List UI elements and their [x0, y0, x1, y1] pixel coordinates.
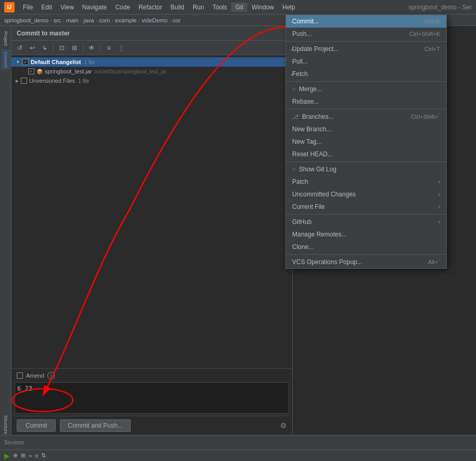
git-menu-vcs-popup[interactable]: VCS Operations Popup... Alt+` — [286, 256, 446, 268]
rollback-btn[interactable]: ↩ — [27, 43, 37, 53]
git-menu: ✓ Commit... Ctrl+K Push... Ctrl+Shift+K … — [285, 15, 447, 269]
menu-view[interactable]: View — [56, 3, 78, 12]
git-menu-pull[interactable]: Pull... — [286, 55, 446, 68]
git-menu-new-branch[interactable]: New Branch... — [286, 123, 446, 135]
expand-btn[interactable]: ⊞ — [69, 43, 80, 53]
menu-build[interactable]: Build — [166, 3, 189, 12]
breadcrumb-part-1[interactable]: src — [54, 17, 61, 23]
menu-file[interactable]: File — [19, 3, 37, 12]
git-menu-vcs-popup-shortcut: Alt+` — [428, 259, 440, 265]
menu-sep-3 — [286, 109, 446, 109]
git-menu-vcs-popup-label: VCS Operations Popup... — [292, 258, 418, 266]
menu-tools[interactable]: Tools — [208, 3, 231, 12]
services-label[interactable]: Services — [4, 440, 24, 445]
arrow-icon-2: › — [438, 191, 440, 198]
commit-and-push-button[interactable]: Commit and Push... — [60, 419, 130, 432]
git-menu-branches[interactable]: ⎇ Branches... Ctrl+Shift+` — [286, 110, 446, 123]
git-menu-merge-label: Merge... — [299, 85, 440, 93]
git-menu-new-tag-label: New Tag... — [292, 138, 440, 145]
branch-icon: ⎇ — [292, 114, 299, 120]
menu-help[interactable]: Help — [278, 3, 299, 12]
git-menu-show-git-log-label: Show Git Log — [299, 166, 440, 173]
window-title: springboot_demo - Ser — [408, 4, 472, 11]
git-menu-github[interactable]: GitHub › — [286, 216, 446, 228]
commit-button[interactable]: Commit — [17, 419, 56, 432]
git-menu-current-file[interactable]: Current File › — [286, 201, 446, 213]
arrow-icon: › — [438, 178, 440, 185]
toolbar-list-icon[interactable]: ≡ — [35, 453, 38, 459]
git-menu-update[interactable]: ✓ Update Project... Ctrl+T — [286, 43, 446, 55]
git-menu-rebase-label: Rebase... — [292, 98, 440, 105]
git-menu-clone-label: Clone... — [292, 243, 440, 251]
menu-refactor[interactable]: Refactor — [134, 3, 166, 12]
eye-btn[interactable]: 👁 — [86, 43, 97, 53]
menu-sep-6 — [286, 254, 446, 255]
breadcrumb-part-4[interactable]: com — [99, 17, 110, 23]
git-menu-clone[interactable]: Clone... — [286, 241, 446, 253]
breadcrumb-sep: › — [111, 17, 114, 23]
menu-sep-5 — [286, 214, 446, 215]
amend-checkbox[interactable] — [17, 372, 23, 379]
menu-edit[interactable]: Edit — [37, 3, 56, 12]
sidebar-item-project[interactable]: Project — [1, 28, 10, 49]
breadcrumb-part-0[interactable]: springboot_demo — [4, 17, 48, 23]
app-logo: IJ — [4, 2, 15, 13]
git-menu-rebase[interactable]: Rebase... — [286, 95, 446, 108]
breadcrumb-part-2[interactable]: main — [66, 17, 79, 23]
git-menu-patch[interactable]: Patch › — [286, 176, 446, 188]
menu-run[interactable]: Run — [189, 3, 208, 12]
menu-navigate[interactable]: Navigate — [78, 3, 111, 12]
menu-git[interactable]: Git — [231, 3, 247, 12]
breadcrumb-part-3[interactable]: java — [84, 17, 94, 23]
changelist-checkbox[interactable]: ✓ — [22, 59, 29, 65]
git-menu-new-branch-label: New Branch... — [292, 126, 440, 133]
sidebar-item-commit[interactable]: Commit — [1, 49, 10, 70]
commit-panel: Commit to master ↺ ↩ ↳ ⊡ ⊞ 👁 ≡ ⋮ ▼ ✓ Def… — [11, 26, 293, 435]
arrow-icon-4: › — [438, 218, 440, 226]
git-menu-commit[interactable]: ✓ Commit... Ctrl+K — [286, 15, 446, 28]
menu-window[interactable]: Window — [247, 3, 278, 12]
git-menu-pull-label: Pull... — [292, 58, 440, 65]
git-menu-show-git-log[interactable]: ⑃ Show Git Log — [286, 163, 446, 176]
unversioned-checkbox[interactable] — [21, 78, 27, 84]
more-btn[interactable]: ⋮ — [116, 43, 127, 53]
git-menu-current-file-label: Current File — [292, 203, 436, 210]
git-menu-uncommitted[interactable]: Uncommitted Changes › — [286, 188, 446, 201]
git-menu-reset-head[interactable]: Reset HEAD... — [286, 148, 446, 160]
sidebar-item-structure[interactable]: Structure — [1, 414, 10, 435]
changelist-count: 1 file — [84, 59, 95, 65]
file-item[interactable]: ✓ 📦 springboot_test.jar out/artifacts/sp… — [11, 67, 292, 76]
git-menu-fetch-label: Fetch — [292, 70, 440, 78]
file-checkbox[interactable]: ✓ — [28, 68, 34, 74]
menu-sep-1 — [286, 41, 446, 42]
group-btn[interactable]: ≡ — [104, 43, 114, 53]
breadcrumb-part-5[interactable]: example — [115, 17, 137, 23]
breadcrumb-part-7[interactable]: cor — [172, 17, 180, 23]
settings-gear-icon[interactable]: ⚙ — [280, 421, 287, 430]
breadcrumb-part-6[interactable]: videDemo — [142, 17, 168, 23]
next-btn[interactable]: ↳ — [40, 43, 50, 53]
refresh-btn[interactable]: ↺ — [15, 43, 25, 53]
toolbar-wave-icon[interactable]: ≈ — [29, 453, 32, 459]
diff-btn[interactable]: ⊡ — [57, 43, 67, 53]
run-button[interactable]: ▶ — [4, 452, 10, 460]
commit-message-input[interactable]: 6_23 — [15, 382, 289, 414]
git-menu-update-shortcut: Ctrl+T — [424, 46, 440, 52]
unversioned-header[interactable]: ▶ Unversioned Files 1 file — [11, 76, 292, 85]
default-changelist-header[interactable]: ▼ ✓ Default Changelist 1 file — [11, 57, 292, 67]
toolbar-sort-icon[interactable]: ⇅ — [41, 452, 46, 459]
triangle-icon: ▶ — [16, 79, 19, 83]
menu-code[interactable]: Code — [111, 3, 134, 12]
info-icon[interactable]: i — [47, 372, 55, 379]
git-menu-merge[interactable]: ⑃ Merge... — [286, 83, 446, 95]
git-menu-manage-remotes[interactable]: Manage Remotes... — [286, 228, 446, 241]
toolbar-sep — [53, 44, 54, 52]
file-path: out/artifacts/springboot_test_jar — [94, 69, 167, 74]
git-menu-new-tag[interactable]: New Tag... — [286, 135, 446, 148]
toolbar-group-icon[interactable]: ⊞ — [21, 452, 26, 459]
file-name: springboot_test.jar — [45, 68, 92, 74]
toolbar-add-icon[interactable]: ⊕ — [13, 452, 18, 459]
git-menu-push[interactable]: Push... Ctrl+Shift+K — [286, 28, 446, 40]
merge-icon: ⑃ — [292, 86, 296, 92]
git-menu-fetch[interactable]: ✓ Fetch — [286, 68, 446, 80]
